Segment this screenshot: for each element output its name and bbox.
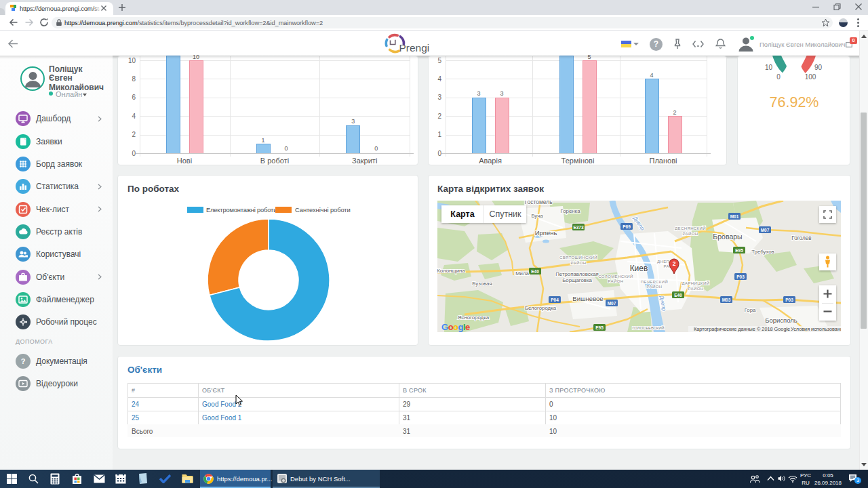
svg-text:Петропавловская: Петропавловская	[555, 271, 599, 277]
svg-text:Р03: Р03	[785, 298, 793, 302]
svg-text:ДАРНИЦКИЙ: ДАРНИЦКИЙ	[682, 281, 710, 285]
svg-text:76.92%: 76.92%	[770, 94, 819, 110]
svg-text:Prengi: Prengi	[399, 42, 430, 54]
svg-text:10: 10	[765, 64, 773, 71]
svg-text:Е40: Е40	[674, 293, 682, 298]
svg-text:Мила: Мила	[515, 270, 529, 277]
svg-text:Е373: Е373	[573, 225, 584, 230]
svg-text:Киев: Киев	[630, 264, 648, 273]
svg-text:ДЕСНЯНСКИЙ: ДЕСНЯНСКИЙ	[675, 226, 706, 230]
svg-text:Е95: Е95	[595, 325, 604, 330]
svg-text:Ирпень: Ирпень	[535, 229, 557, 237]
svg-text:Гостомель: Гостомель	[524, 201, 553, 205]
svg-text:0: 0	[776, 73, 781, 81]
svg-text:Колонщина: Колонщина	[437, 268, 465, 274]
svg-text:ПЕЧЕРСКИЙ: ПЕЧЕРСКИЙ	[641, 279, 668, 284]
svg-text:Условия использования: Условия использования	[791, 326, 841, 332]
svg-text:М03: М03	[722, 298, 731, 302]
svg-text:РАЙОН: РАЙОН	[683, 231, 698, 236]
svg-text:Буча: Буча	[531, 213, 543, 219]
svg-text:Бузовая: Бузовая	[472, 281, 492, 287]
svg-text:Е40: Е40	[531, 269, 539, 274]
svg-text:М01: М01	[730, 214, 739, 219]
svg-text:РАЙОН: РАЙОН	[647, 284, 663, 289]
svg-text:Картографические данные © 2018: Картографические данные © 2018 Google	[694, 326, 790, 332]
svg-text:Вишневое: Вишневое	[572, 295, 603, 302]
svg-text:2: 2	[673, 260, 676, 267]
svg-text:Требухов: Требухов	[751, 249, 774, 255]
svg-text:Ясногородка: Ясногородка	[458, 314, 490, 321]
svg-text:Е95: Е95	[735, 248, 743, 253]
svg-text:Р03: Р03	[736, 274, 745, 279]
svg-text:СВЯТОШИНСКИЙ: СВЯТОШИНСКИЙ	[559, 255, 597, 260]
svg-text:Р04: Р04	[551, 298, 559, 302]
svg-text:100: 100	[805, 73, 816, 81]
svg-text:Белогородка: Белогородка	[525, 305, 557, 311]
svg-text:РАЙОН: РАЙОН	[688, 286, 704, 291]
svg-text:ГОЛОСЕЕВСКИЙ: ГОЛОСЕЕВСКИЙ	[632, 325, 664, 330]
svg-text:90: 90	[814, 64, 823, 71]
svg-text:Борщаговка: Борщаговка	[562, 277, 592, 283]
svg-text:Горенка: Горенка	[561, 208, 581, 214]
svg-text:РАЙОН: РАЙОН	[608, 279, 624, 283]
svg-text:РАЙОН: РАЙОН	[571, 260, 587, 265]
svg-text:Гоголев: Гоголев	[791, 235, 811, 241]
svg-text:М07: М07	[761, 228, 770, 232]
svg-text:М07: М07	[608, 301, 616, 306]
svg-text:?: ?	[21, 357, 26, 365]
svg-text:Гора: Гора	[745, 307, 756, 313]
svg-text:Борисполь: Борисполь	[765, 317, 797, 324]
svg-text:Р69: Р69	[623, 224, 631, 229]
svg-text:СОЛОМЕНСКИЙ: СОЛОМЕНСКИЙ	[598, 274, 633, 279]
svg-text:Бровары: Бровары	[713, 232, 742, 241]
